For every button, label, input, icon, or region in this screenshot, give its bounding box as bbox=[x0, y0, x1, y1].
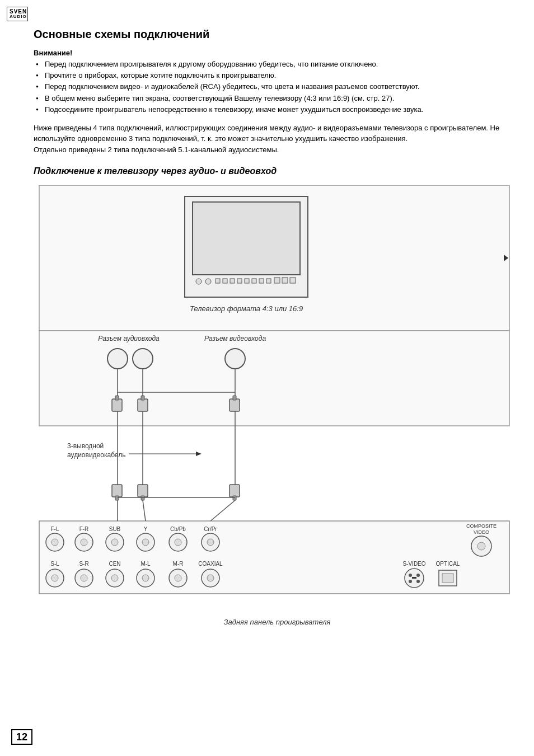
page-title: Основные схемы подключений bbox=[34, 28, 512, 41]
svg-text:Разъем видеовхода: Разъем видеовхода bbox=[204, 335, 266, 342]
svg-rect-42 bbox=[112, 485, 122, 497]
svg-point-64 bbox=[175, 539, 181, 546]
svg-rect-6 bbox=[223, 279, 227, 283]
svg-rect-99 bbox=[442, 574, 453, 583]
svg-point-55 bbox=[81, 539, 87, 546]
bullet-2: Прочтите о приборах, которые хотите подк… bbox=[36, 71, 512, 81]
svg-text:M-R: M-R bbox=[173, 561, 184, 567]
svg-rect-2 bbox=[193, 202, 300, 275]
svg-point-94 bbox=[409, 580, 412, 583]
svg-rect-29 bbox=[112, 399, 122, 411]
svg-rect-34 bbox=[233, 396, 236, 400]
svg-rect-15 bbox=[290, 278, 296, 283]
svg-text:CEN: CEN bbox=[109, 561, 120, 567]
bullet-3: Перед подключением видео- и аудиокабелей… bbox=[36, 82, 512, 92]
intro-text: Ниже приведены 4 типа подключений, иллюс… bbox=[34, 123, 512, 156]
page-number: 12 bbox=[11, 729, 32, 745]
svg-rect-12 bbox=[266, 279, 271, 283]
svg-text:Cr/Pr: Cr/Pr bbox=[204, 526, 217, 532]
svg-rect-8 bbox=[237, 279, 242, 283]
svg-line-102 bbox=[143, 500, 146, 521]
svg-text:S-L: S-L bbox=[50, 561, 59, 567]
svg-rect-96 bbox=[412, 577, 416, 579]
svg-point-83 bbox=[142, 575, 149, 581]
svg-point-61 bbox=[142, 539, 149, 546]
svg-point-92 bbox=[409, 574, 412, 577]
svg-rect-9 bbox=[245, 279, 249, 283]
svg-text:аудиовидеокабель: аудиовидеокабель bbox=[67, 451, 125, 459]
svg-rect-43 bbox=[115, 496, 119, 500]
svg-rect-45 bbox=[141, 496, 144, 500]
svg-point-67 bbox=[207, 539, 214, 546]
svg-text:Задняя панель проигрывателя: Задняя панель проигрывателя bbox=[223, 618, 330, 626]
svg-point-93 bbox=[416, 574, 420, 577]
bullet-4: В общем меню выберите тип экрана, соотве… bbox=[36, 93, 512, 104]
svg-rect-19 bbox=[39, 331, 509, 426]
svg-point-22 bbox=[133, 349, 153, 369]
svg-point-80 bbox=[111, 575, 118, 581]
svg-text:3-выводной: 3-выводной bbox=[67, 442, 104, 450]
svg-point-95 bbox=[416, 580, 420, 583]
svg-point-52 bbox=[51, 539, 58, 546]
svg-text:Y: Y bbox=[144, 526, 148, 532]
svg-point-74 bbox=[51, 575, 58, 581]
svg-point-77 bbox=[81, 575, 87, 581]
svg-rect-5 bbox=[216, 279, 220, 283]
svg-marker-38 bbox=[196, 452, 202, 456]
svg-text:Телевизор формата 4:3 или 16:9: Телевизор формата 4:3 или 16:9 bbox=[190, 304, 303, 313]
svg-point-58 bbox=[111, 539, 118, 546]
svg-rect-31 bbox=[138, 399, 148, 411]
svg-rect-7 bbox=[230, 279, 235, 283]
svg-point-89 bbox=[207, 575, 214, 581]
svg-point-21 bbox=[107, 349, 128, 369]
bullet-5: Подсоедините проигрыватель непосредствен… bbox=[36, 105, 512, 115]
svg-point-4 bbox=[205, 279, 211, 284]
attention-list: Перед подключением проигрывателя к друго… bbox=[34, 59, 512, 115]
svg-text:COMPOSITE: COMPOSITE bbox=[466, 523, 496, 529]
svg-rect-47 bbox=[233, 496, 236, 500]
svg-rect-44 bbox=[138, 485, 148, 497]
svg-rect-30 bbox=[115, 396, 119, 400]
svg-rect-10 bbox=[252, 279, 256, 283]
svg-text:OPTICAL: OPTICAL bbox=[436, 561, 460, 567]
svg-rect-33 bbox=[229, 399, 240, 411]
section-heading: Подключение к телевизору через аудио- и … bbox=[34, 166, 512, 176]
svg-text:S-VIDEO: S-VIDEO bbox=[402, 561, 425, 567]
svg-text:S-R: S-R bbox=[79, 561, 88, 567]
svg-rect-13 bbox=[274, 278, 280, 283]
svg-point-71 bbox=[477, 542, 485, 550]
main-diagram: Телевизор формата 4:3 или 16:9 Разъем ау… bbox=[34, 185, 512, 633]
svg-text:F-L: F-L bbox=[51, 526, 59, 532]
svg-line-103 bbox=[210, 500, 235, 521]
logo-line2: AUDIO bbox=[10, 15, 25, 20]
logo: SVEN AUDIO bbox=[7, 7, 28, 21]
svg-text:SUB: SUB bbox=[109, 526, 121, 532]
svg-text:COAXIAL: COAXIAL bbox=[198, 561, 223, 567]
attention-label: Внимание! bbox=[34, 49, 512, 57]
svg-text:VIDEO: VIDEO bbox=[474, 529, 489, 535]
svg-point-86 bbox=[175, 575, 181, 581]
svg-text:Разъем аудиовхода: Разъем аудиовхода bbox=[98, 335, 160, 342]
svg-rect-32 bbox=[141, 396, 144, 400]
svg-point-3 bbox=[196, 279, 202, 284]
svg-rect-14 bbox=[282, 278, 288, 283]
bullet-1: Перед подключением проигрывателя к друго… bbox=[36, 59, 512, 69]
svg-text:Cb/Pb: Cb/Pb bbox=[170, 526, 186, 532]
svg-point-24 bbox=[225, 349, 245, 369]
svg-rect-11 bbox=[259, 279, 264, 283]
svg-text:F-R: F-R bbox=[79, 526, 89, 532]
svg-text:M-L: M-L bbox=[140, 561, 151, 567]
svg-rect-46 bbox=[229, 485, 240, 497]
